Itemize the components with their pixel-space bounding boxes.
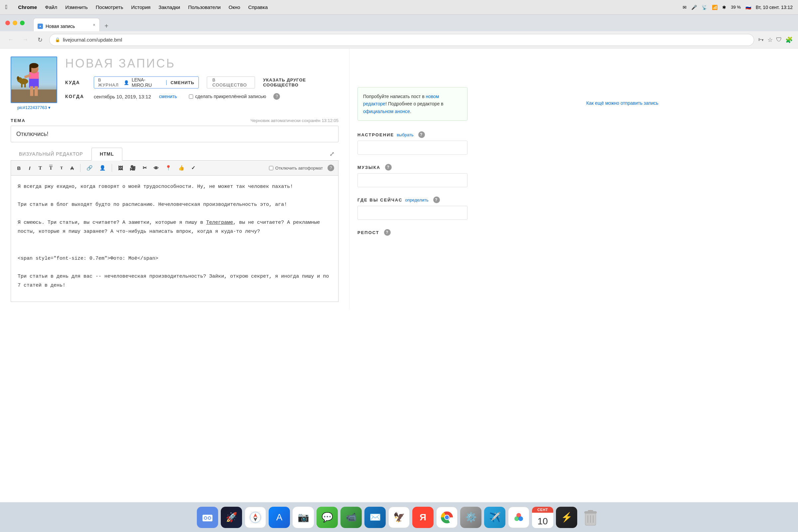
cast-icon[interactable]: 📡 [702,5,707,10]
expand-editor-btn[interactable]: ⤢ [325,148,339,160]
dock-system-prefs[interactable]: ⚙️ [460,507,481,528]
active-tab[interactable]: ● Новая запись × [33,18,100,31]
dock-trash[interactable] [580,507,601,528]
menu-view[interactable]: Посмотреть [96,4,124,10]
avatar-label[interactable]: pic#122437763 ▾ [17,105,51,110]
bluetooth-icon[interactable]: ✱ [722,5,726,10]
url-bar[interactable]: 🔒 livejournal.com/update.bml [49,34,754,46]
dock-facetime[interactable]: 📹 [341,507,362,528]
tema-input[interactable] [11,126,339,142]
close-window-btn[interactable] [5,21,10,25]
mail-icon[interactable]: ✉ [683,5,687,10]
menu-help[interactable]: Справка [248,4,268,10]
dock-quicktime[interactable]: ⚡ [556,507,577,528]
text-btn-1[interactable]: T [36,163,44,173]
refresh-btn[interactable]: ↻ [35,35,45,45]
dock-telegram[interactable]: ✈️ [484,507,506,528]
muzyka-help-icon[interactable]: ? [385,164,392,171]
kuda-specify-btn[interactable]: УКАЗАТЬ ДРУГОЕ СООБЩЕСТВО [263,77,339,88]
extension-icon[interactable]: 🧩 [785,36,793,43]
link-btn[interactable]: 🔗 [84,163,95,173]
suggestion-text-3: . [410,109,411,114]
dock-yandex[interactable]: Я [412,507,434,528]
cut-btn[interactable]: ✂ [141,163,149,173]
tab-close-btn[interactable]: × [92,22,97,27]
dock-photos[interactable]: 📷 [292,507,314,528]
editor-body[interactable]: Я всегда ржу ехидно, когда говорят о мое… [11,175,339,302]
video-btn[interactable]: 🎥 [128,163,138,173]
nastroenie-help-icon[interactable]: ? [418,131,425,138]
preview-btn[interactable]: 👁 [152,163,160,173]
text-btn-3[interactable]: T [58,163,65,173]
muzyka-field: МУЗЫКА ? [358,164,468,187]
menu-history[interactable]: История [131,4,151,10]
bookmark-star-icon[interactable]: ☆ [767,36,773,43]
new-tab-btn[interactable]: + [101,21,112,31]
tab-visual-editor[interactable]: ВИЗУАЛЬНЫЙ РЕДАКТОР [11,148,92,160]
kogda-change-btn[interactable]: сменить [159,94,177,99]
menu-users[interactable]: Пользователи [188,4,221,10]
dock-launchpad[interactable]: 🚀 [221,507,242,528]
official-announce-link[interactable]: официальном анонсе [363,109,410,114]
kuda-row: КУДА В ЖУРНАЛ 👤 LENA-MIRO.RU СМЕНИТЬ В С… [65,76,339,89]
apple-menu[interactable]:  [5,4,8,11]
strikethrough-btn[interactable]: A [68,163,76,173]
kogda-checkbox-area: сделать прикреплённой записью [189,94,266,99]
poll-btn[interactable]: ✓ [189,163,197,173]
bold-btn[interactable]: B [15,163,23,173]
kogda-label: КОГДА [65,94,89,99]
like-btn[interactable]: 👍 [176,163,187,173]
tab-html-editor[interactable]: HTML [92,148,122,160]
location-btn[interactable]: 📍 [163,163,174,173]
dock-finder[interactable] [197,507,218,528]
dock-safari[interactable] [245,507,266,528]
nastroenie-action-btn[interactable]: выбрать [397,132,414,137]
nastroenie-input[interactable] [358,141,468,155]
kuda-change-btn[interactable]: СМЕНИТЬ [166,80,194,85]
editor-content[interactable]: Я всегда ржу ехидно, когда говорят о мое… [18,182,331,290]
calendar-month: СЕНТ [532,507,553,513]
svg-rect-13 [21,84,23,88]
shield-icon[interactable]: 🛡 [776,36,782,43]
mention-btn[interactable]: 👤 [97,163,108,173]
how-to-send-link[interactable]: Как ещё можно отправить запись [586,100,658,106]
pinned-checkbox[interactable] [189,94,193,99]
dock-colors[interactable] [508,507,529,528]
wifi-icon[interactable]: 📶 [712,5,718,10]
window-controls[interactable] [5,21,25,25]
minimize-window-btn[interactable] [13,21,17,25]
gde-help-icon[interactable]: ? [433,196,440,203]
kuda-username: LENA-MIRO.RU [132,77,162,88]
maximize-window-btn[interactable] [20,21,25,25]
tab-title: Новая запись [45,24,75,29]
menu-edit[interactable]: Изменить [65,4,88,10]
dock-calendar[interactable]: СЕНТ 10 [532,507,553,528]
menu-file[interactable]: Файл [45,4,57,10]
mic-icon[interactable]: 🎤 [691,5,697,10]
autoformat-checkbox[interactable] [269,166,273,170]
kuda-community-btn[interactable]: В СООБЩЕСТВО [207,76,255,89]
gde-action-btn[interactable]: определить [405,197,428,203]
flag-icon[interactable]: 🇷🇺 [745,5,751,10]
dock-mail[interactable]: ✉️ [364,507,386,528]
dock-appstore[interactable]: A [269,507,290,528]
back-btn[interactable]: ← [5,35,16,45]
text-btn-2[interactable]: T [47,163,55,173]
key-icon[interactable]: 🗝 [758,36,764,43]
gde-input[interactable] [358,206,468,220]
repost-help-icon[interactable]: ? [384,229,391,236]
menu-bookmarks[interactable]: Закладки [158,4,180,10]
menu-window[interactable]: Окно [229,4,241,10]
image-btn[interactable]: 🖼 [116,163,125,173]
avatar-box[interactable] [11,57,57,103]
page-title: НОВАЯ ЗАПИСЬ [65,57,339,71]
forward-btn[interactable]: → [20,35,31,45]
kogda-help-icon[interactable]: ? [273,93,280,100]
italic-btn[interactable]: I [25,163,34,173]
muzyka-input[interactable] [358,173,468,187]
dock-twitter[interactable]: 🦅 [388,507,410,528]
dock-chrome[interactable] [436,507,457,528]
menu-chrome[interactable]: Chrome [18,4,37,10]
autoformat-help-icon[interactable]: ? [327,165,334,171]
dock-messages[interactable]: 💬 [317,507,338,528]
